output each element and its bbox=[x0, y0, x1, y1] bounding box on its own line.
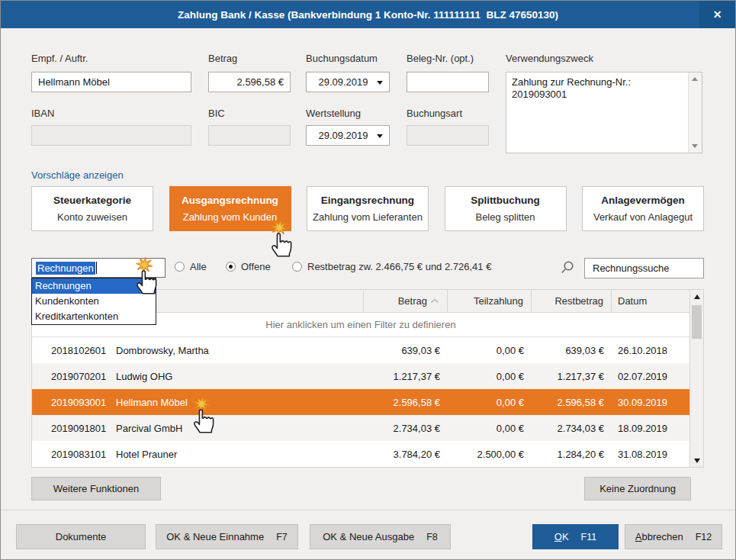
cell-name: Hellmann Möbel bbox=[116, 389, 364, 415]
table-row[interactable]: 2019091801 Parcival GmbH 2.734,03 € 0,00… bbox=[32, 415, 689, 441]
buchungsdatum-label: Buchungsdatum bbox=[306, 53, 378, 64]
steuerkategorie-button[interactable]: Steuerkategorie Konto zuweisen bbox=[31, 186, 153, 231]
bic-label: BIC bbox=[208, 108, 225, 119]
table-scrollbar[interactable] bbox=[689, 290, 703, 467]
table-row-selected[interactable]: 2019093001 Hellmann Möbel 2.596,58 € 0,0… bbox=[32, 389, 689, 415]
combobox-dropdown-list: Rechnungen Kundenkonten Kreditkartenkont… bbox=[31, 278, 156, 325]
scroll-up-icon bbox=[694, 294, 700, 299]
category-title: Anlagevermögen bbox=[601, 195, 685, 206]
abbrechen-key: F12 bbox=[696, 532, 712, 542]
radio-offene-label: Offene bbox=[241, 261, 271, 272]
filter-hint-text: Hier anklicken um einen Filter zu defini… bbox=[265, 319, 455, 330]
cell-teilzahlung: 0,00 € bbox=[448, 389, 532, 415]
splittbuchung-button[interactable]: Splittbuchung Beleg splitten bbox=[445, 186, 567, 231]
radio-circle[interactable] bbox=[292, 262, 302, 272]
cell-teilzahlung: 0,00 € bbox=[448, 415, 532, 441]
column-header-restbetrag[interactable]: Restbetrag bbox=[532, 290, 612, 312]
cell-datum: 02.07.2019 bbox=[612, 363, 689, 389]
scroll-up-button[interactable] bbox=[690, 290, 703, 303]
table-row[interactable]: 2018102601 Dombrowsky, Martha 639,03 € 0… bbox=[32, 337, 689, 363]
scroll-down-icon[interactable] bbox=[692, 144, 698, 148]
category-subtitle: Beleg splitten bbox=[475, 211, 535, 223]
weitere-funktionen-button[interactable]: Weitere Funktionen bbox=[31, 477, 161, 500]
radio-restbetrag[interactable]: Restbetrag zw. 2.466,75 € und 2.726,41 € bbox=[292, 261, 491, 272]
ok-neue-ausgabe-label: OK & Neue Ausgabe bbox=[323, 531, 414, 542]
column-header-teilzahlung[interactable]: Teilzahlung bbox=[448, 290, 532, 312]
cell-name: Dombrowsky, Martha bbox=[116, 337, 364, 363]
table-row[interactable]: 2019083101 Hotel Prauner 3.784,20 € 2.50… bbox=[32, 441, 689, 467]
betrag-value: 2.596,58 € bbox=[237, 76, 284, 88]
wertstellung-dropdown-icon[interactable] bbox=[377, 134, 383, 138]
dokumente-label: Dokumente bbox=[56, 531, 106, 542]
table-row[interactable]: 2019070201 Ludwig OHG 1.217,37 € 0,00 € … bbox=[32, 363, 689, 389]
dropdown-option-rechnungen[interactable]: Rechnungen bbox=[32, 278, 156, 294]
category-subtitle: Verkauf von Anlagegut bbox=[593, 211, 693, 223]
cell-name: Ludwig OHG bbox=[116, 363, 364, 389]
cell-name: Hotel Prauner bbox=[116, 441, 364, 467]
radio-offene[interactable]: Offene bbox=[226, 261, 271, 272]
beleg-input[interactable] bbox=[407, 72, 489, 92]
ok-neue-einnahme-label: OK & Neue Einnahme bbox=[166, 531, 264, 542]
buchungsart-input bbox=[407, 125, 489, 146]
scroll-up-icon[interactable] bbox=[692, 77, 698, 81]
close-button[interactable]: ✕ bbox=[699, 1, 735, 28]
cell-teilzahlung: 2.500,00 € bbox=[448, 441, 532, 467]
cell-teilzahlung: 0,00 € bbox=[448, 363, 532, 389]
keine-zuordnung-label: Keine Zuordnung bbox=[599, 483, 676, 494]
weitere-funktionen-label: Weitere Funktionen bbox=[53, 483, 140, 494]
buchungsdatum-input[interactable]: 29.09.2019 bbox=[306, 72, 390, 92]
cell-betrag: 3.784,20 € bbox=[364, 441, 448, 467]
text-caret bbox=[96, 262, 97, 274]
ok-neue-ausgabe-key: F8 bbox=[426, 532, 438, 542]
cell-restbetrag: 639,03 € bbox=[532, 337, 612, 363]
cell-datum: 31.08.2019 bbox=[612, 441, 689, 467]
column-header-restbetrag-label: Restbetrag bbox=[554, 295, 603, 307]
footer-divider bbox=[1, 510, 735, 510]
rechnungssuche-input[interactable]: Rechnungssuche bbox=[584, 258, 704, 278]
list-type-combobox[interactable]: Rechnungen bbox=[31, 258, 166, 278]
radio-alle-label: Alle bbox=[190, 261, 207, 272]
verwendungszweck-textarea[interactable]: Zahlung zur Rechnung-Nr.: 2019093001 bbox=[506, 72, 702, 153]
abbrechen-label: Abbrechen bbox=[635, 531, 683, 542]
ok-neue-einnahme-button[interactable]: OK & Neue Einnahme F7 bbox=[156, 524, 298, 549]
cell-restbetrag: 2.596,58 € bbox=[532, 389, 612, 415]
cell-restbetrag: 2.734,03 € bbox=[532, 415, 612, 441]
column-header-teilzahlung-label: Teilzahlung bbox=[474, 295, 523, 307]
abbrechen-button[interactable]: Abbrechen F12 bbox=[625, 524, 722, 549]
cell-nr: 2019091801 bbox=[32, 415, 116, 441]
titlebar: Zahlung Bank / Kasse (Bankverbindung 1 K… bbox=[1, 1, 735, 28]
empf-input[interactable]: Hellmann Möbel bbox=[31, 72, 191, 92]
ok-neue-einnahme-key: F7 bbox=[276, 532, 288, 542]
radio-alle[interactable]: Alle bbox=[175, 261, 207, 272]
beleg-label: Beleg-Nr. (opt.) bbox=[407, 53, 474, 64]
category-title: Eingangsrechnung bbox=[321, 195, 414, 206]
column-header-datum[interactable]: Datum bbox=[612, 290, 689, 312]
betrag-input[interactable]: 2.596,58 € bbox=[208, 72, 291, 92]
dokumente-button[interactable]: Dokumente bbox=[16, 524, 146, 549]
buchungsdatum-dropdown-icon[interactable] bbox=[377, 81, 383, 85]
ok-key: F11 bbox=[581, 532, 597, 542]
radio-circle[interactable] bbox=[175, 262, 185, 272]
cell-restbetrag: 1.217,37 € bbox=[532, 363, 612, 389]
column-header-betrag[interactable]: Betrag bbox=[364, 290, 448, 312]
anlagevermoegen-button[interactable]: Anlagevermögen Verkauf von Anlagegut bbox=[582, 186, 704, 231]
eingangsrechnung-button[interactable]: Eingangsrechnung Zahlung vom Lieferanten bbox=[307, 186, 429, 231]
scrollbar-thumb[interactable] bbox=[692, 305, 702, 339]
vorschlaege-anzeigen-link[interactable]: Vorschläge anzeigen bbox=[31, 169, 124, 181]
cell-betrag: 2.734,03 € bbox=[364, 415, 448, 441]
close-icon: ✕ bbox=[713, 8, 722, 21]
ok-neue-ausgabe-button[interactable]: OK & Neue Ausgabe F8 bbox=[310, 524, 451, 549]
dropdown-option-kreditkartenkonten[interactable]: Kreditkartenkonten bbox=[32, 309, 156, 324]
category-subtitle: Konto zuweisen bbox=[57, 211, 127, 223]
verwendungszweck-scrollbar[interactable] bbox=[688, 72, 702, 153]
radio-circle-checked[interactable] bbox=[226, 262, 236, 272]
wertstellung-input[interactable]: 29.09.2019 bbox=[306, 125, 390, 146]
betrag-label: Betrag bbox=[208, 53, 237, 64]
scroll-down-button[interactable] bbox=[690, 454, 703, 467]
iban-label: IBAN bbox=[31, 108, 54, 119]
dropdown-option-kundenkonten[interactable]: Kundenkonten bbox=[32, 294, 156, 309]
keine-zuordnung-button[interactable]: Keine Zuordnung bbox=[584, 477, 691, 500]
ok-label: OK bbox=[554, 531, 569, 542]
ok-button[interactable]: OK F11 bbox=[532, 524, 619, 549]
ausgangsrechnung-button[interactable]: Ausgangsrechnung Zahlung vom Kunden bbox=[169, 186, 291, 231]
